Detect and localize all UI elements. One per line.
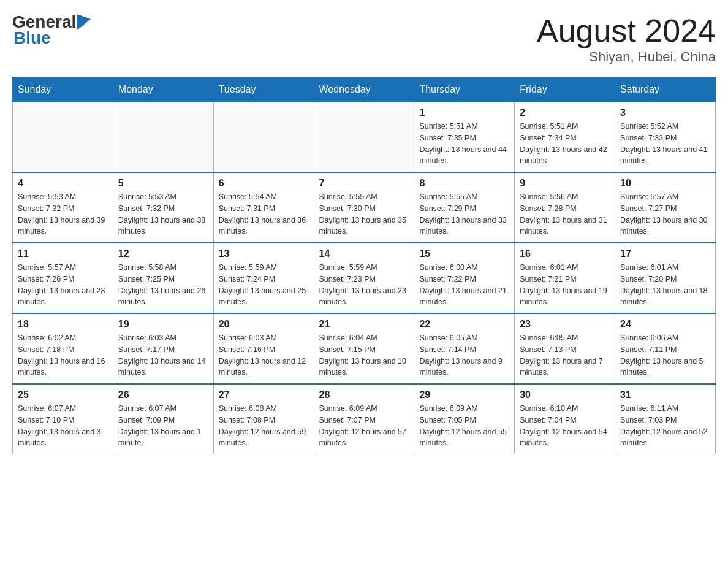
day-number: 14 <box>319 248 409 259</box>
calendar-cell: 20Sunrise: 6:03 AMSunset: 7:16 PMDayligh… <box>213 313 314 384</box>
day-number: 25 <box>18 389 108 400</box>
day-number: 29 <box>419 389 509 400</box>
calendar-cell <box>13 102 113 172</box>
day-info: Sunrise: 6:09 AMSunset: 7:05 PMDaylight:… <box>419 403 509 449</box>
day-info: Sunrise: 5:59 AMSunset: 7:24 PMDaylight:… <box>219 262 309 308</box>
week-row: 18Sunrise: 6:02 AMSunset: 7:18 PMDayligh… <box>13 313 716 384</box>
svg-marker-0 <box>77 14 91 30</box>
day-info: Sunrise: 5:53 AMSunset: 7:32 PMDaylight:… <box>118 191 208 237</box>
day-info: Sunrise: 6:03 AMSunset: 7:16 PMDaylight:… <box>219 332 309 378</box>
week-row: 25Sunrise: 6:07 AMSunset: 7:10 PMDayligh… <box>13 384 716 454</box>
calendar-header-row: SundayMondayTuesdayWednesdayThursdayFrid… <box>13 78 716 102</box>
day-number: 10 <box>620 178 710 189</box>
day-number: 24 <box>620 319 710 330</box>
month-title: August 2024 <box>537 12 716 49</box>
day-number: 11 <box>18 248 108 259</box>
calendar-cell: 10Sunrise: 5:57 AMSunset: 7:27 PMDayligh… <box>615 172 716 243</box>
page-header: General Blue August 2024 Shiyan, Hubei, … <box>12 12 716 65</box>
day-info: Sunrise: 6:03 AMSunset: 7:17 PMDaylight:… <box>118 332 208 378</box>
calendar-cell: 12Sunrise: 5:58 AMSunset: 7:25 PMDayligh… <box>113 243 213 313</box>
calendar-cell: 30Sunrise: 6:10 AMSunset: 7:04 PMDayligh… <box>515 384 615 454</box>
day-info: Sunrise: 6:10 AMSunset: 7:04 PMDaylight:… <box>520 403 610 449</box>
day-info: Sunrise: 5:51 AMSunset: 7:34 PMDaylight:… <box>520 121 610 167</box>
calendar-cell: 14Sunrise: 5:59 AMSunset: 7:23 PMDayligh… <box>314 243 414 313</box>
day-info: Sunrise: 6:05 AMSunset: 7:14 PMDaylight:… <box>419 332 509 378</box>
day-number: 6 <box>219 178 309 189</box>
calendar-table: SundayMondayTuesdayWednesdayThursdayFrid… <box>12 77 716 454</box>
week-row: 1Sunrise: 5:51 AMSunset: 7:35 PMDaylight… <box>13 102 716 172</box>
calendar-cell: 24Sunrise: 6:06 AMSunset: 7:11 PMDayligh… <box>615 313 716 384</box>
calendar-cell: 31Sunrise: 6:11 AMSunset: 7:03 PMDayligh… <box>615 384 716 454</box>
day-number: 9 <box>520 178 610 189</box>
day-of-week-header: Wednesday <box>314 78 414 102</box>
day-info: Sunrise: 6:05 AMSunset: 7:13 PMDaylight:… <box>520 332 610 378</box>
day-number: 19 <box>118 319 208 330</box>
week-row: 4Sunrise: 5:53 AMSunset: 7:32 PMDaylight… <box>13 172 716 243</box>
day-of-week-header: Sunday <box>13 78 113 102</box>
calendar-cell: 2Sunrise: 5:51 AMSunset: 7:34 PMDaylight… <box>515 102 615 172</box>
day-info: Sunrise: 5:52 AMSunset: 7:33 PMDaylight:… <box>620 121 710 167</box>
day-info: Sunrise: 5:55 AMSunset: 7:30 PMDaylight:… <box>319 191 409 237</box>
day-number: 7 <box>319 178 409 189</box>
day-info: Sunrise: 5:51 AMSunset: 7:35 PMDaylight:… <box>419 121 509 167</box>
day-info: Sunrise: 6:09 AMSunset: 7:07 PMDaylight:… <box>319 403 409 449</box>
day-number: 27 <box>219 389 309 400</box>
calendar-cell: 17Sunrise: 6:01 AMSunset: 7:20 PMDayligh… <box>615 243 716 313</box>
day-number: 26 <box>118 389 208 400</box>
day-info: Sunrise: 5:56 AMSunset: 7:28 PMDaylight:… <box>520 191 610 237</box>
day-info: Sunrise: 6:06 AMSunset: 7:11 PMDaylight:… <box>620 332 710 378</box>
day-info: Sunrise: 5:55 AMSunset: 7:29 PMDaylight:… <box>419 191 509 237</box>
day-info: Sunrise: 6:00 AMSunset: 7:22 PMDaylight:… <box>419 262 509 308</box>
calendar-cell: 5Sunrise: 5:53 AMSunset: 7:32 PMDaylight… <box>113 172 213 243</box>
calendar-cell: 15Sunrise: 6:00 AMSunset: 7:22 PMDayligh… <box>414 243 515 313</box>
day-number: 4 <box>18 178 108 189</box>
calendar-cell: 28Sunrise: 6:09 AMSunset: 7:07 PMDayligh… <box>314 384 414 454</box>
day-info: Sunrise: 6:07 AMSunset: 7:10 PMDaylight:… <box>18 403 108 449</box>
day-number: 17 <box>620 248 710 259</box>
day-info: Sunrise: 6:07 AMSunset: 7:09 PMDaylight:… <box>118 403 208 449</box>
calendar-cell: 16Sunrise: 6:01 AMSunset: 7:21 PMDayligh… <box>515 243 615 313</box>
day-number: 28 <box>319 389 409 400</box>
day-number: 21 <box>319 319 409 330</box>
calendar-cell <box>213 102 314 172</box>
calendar-cell: 8Sunrise: 5:55 AMSunset: 7:29 PMDaylight… <box>414 172 515 243</box>
day-number: 23 <box>520 319 610 330</box>
calendar-cell: 11Sunrise: 5:57 AMSunset: 7:26 PMDayligh… <box>13 243 113 313</box>
calendar-cell: 25Sunrise: 6:07 AMSunset: 7:10 PMDayligh… <box>13 384 113 454</box>
day-of-week-header: Thursday <box>414 78 515 102</box>
logo: General Blue <box>12 12 91 48</box>
title-block: August 2024 Shiyan, Hubei, China <box>537 12 716 65</box>
day-info: Sunrise: 5:57 AMSunset: 7:27 PMDaylight:… <box>620 191 710 237</box>
day-info: Sunrise: 5:59 AMSunset: 7:23 PMDaylight:… <box>319 262 409 308</box>
day-info: Sunrise: 5:57 AMSunset: 7:26 PMDaylight:… <box>18 262 108 308</box>
calendar-cell: 26Sunrise: 6:07 AMSunset: 7:09 PMDayligh… <box>113 384 213 454</box>
calendar-cell: 18Sunrise: 6:02 AMSunset: 7:18 PMDayligh… <box>13 313 113 384</box>
day-info: Sunrise: 6:08 AMSunset: 7:08 PMDaylight:… <box>219 403 309 449</box>
calendar-cell: 23Sunrise: 6:05 AMSunset: 7:13 PMDayligh… <box>515 313 615 384</box>
week-row: 11Sunrise: 5:57 AMSunset: 7:26 PMDayligh… <box>13 243 716 313</box>
calendar-cell: 13Sunrise: 5:59 AMSunset: 7:24 PMDayligh… <box>213 243 314 313</box>
day-number: 31 <box>620 389 710 400</box>
day-number: 16 <box>520 248 610 259</box>
calendar-cell: 7Sunrise: 5:55 AMSunset: 7:30 PMDaylight… <box>314 172 414 243</box>
day-number: 12 <box>118 248 208 259</box>
day-number: 8 <box>419 178 509 189</box>
day-number: 13 <box>219 248 309 259</box>
day-number: 1 <box>419 107 509 118</box>
day-info: Sunrise: 5:58 AMSunset: 7:25 PMDaylight:… <box>118 262 208 308</box>
calendar-cell: 22Sunrise: 6:05 AMSunset: 7:14 PMDayligh… <box>414 313 515 384</box>
day-number: 15 <box>419 248 509 259</box>
calendar-cell: 3Sunrise: 5:52 AMSunset: 7:33 PMDaylight… <box>615 102 716 172</box>
calendar-cell: 6Sunrise: 5:54 AMSunset: 7:31 PMDaylight… <box>213 172 314 243</box>
calendar-cell: 27Sunrise: 6:08 AMSunset: 7:08 PMDayligh… <box>213 384 314 454</box>
day-number: 2 <box>520 107 610 118</box>
logo-flag-icon <box>77 14 91 30</box>
calendar-cell <box>113 102 213 172</box>
day-info: Sunrise: 5:53 AMSunset: 7:32 PMDaylight:… <box>18 191 108 237</box>
day-of-week-header: Monday <box>113 78 213 102</box>
calendar-cell: 29Sunrise: 6:09 AMSunset: 7:05 PMDayligh… <box>414 384 515 454</box>
day-of-week-header: Friday <box>515 78 615 102</box>
calendar-cell: 1Sunrise: 5:51 AMSunset: 7:35 PMDaylight… <box>414 102 515 172</box>
day-info: Sunrise: 6:11 AMSunset: 7:03 PMDaylight:… <box>620 403 710 449</box>
location-text: Shiyan, Hubei, China <box>537 49 716 65</box>
